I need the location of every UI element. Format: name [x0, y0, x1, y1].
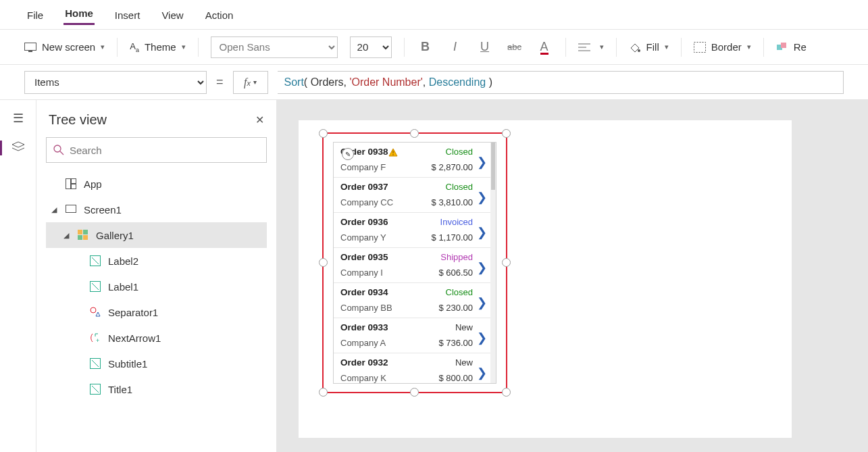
formula-bar-row: Items = fx ▾ Sort( Orders, 'Order Number… [0, 65, 868, 100]
svg-line-22 [92, 283, 99, 290]
tree-item-app[interactable]: App [46, 171, 267, 197]
chevron-right-icon[interactable]: ❯ [477, 295, 489, 310]
resize-handle[interactable] [502, 258, 511, 267]
resize-handle[interactable] [502, 129, 511, 138]
separator [117, 38, 118, 57]
order-status: Invoiced [432, 217, 473, 228]
tree-item-label: NextArrow1 [108, 332, 161, 344]
svg-line-10 [60, 151, 63, 155]
order-row[interactable]: Order 0937Closed❯Company CC$ 3,810.00 [334, 178, 496, 213]
resize-handle[interactable] [502, 388, 511, 397]
svg-rect-16 [83, 230, 88, 234]
border-button[interactable]: Border ▾ [694, 41, 751, 53]
order-row[interactable]: Order 0935Shipped❯Company I$ 606.50 [334, 248, 496, 283]
italic-button[interactable]: I [446, 40, 464, 54]
font-size-select[interactable]: 20 [350, 36, 392, 58]
chevron-right-icon[interactable]: ❯ [477, 155, 489, 170]
tree-view-title: Tree view [49, 112, 107, 128]
reorder-button[interactable]: Re [776, 41, 807, 53]
font-color-button[interactable]: A [536, 40, 553, 55]
tree-item-label: Label1 [108, 281, 138, 293]
border-label: Border [711, 41, 742, 53]
tree-item-label: Gallery1 [96, 230, 134, 241]
menu-action[interactable]: Action [204, 8, 235, 25]
tree-item-nextarrow1[interactable]: + NextArrow1 [46, 325, 267, 351]
property-select[interactable]: Items [24, 71, 207, 94]
tree-item-separator1[interactable]: Separator1 [46, 299, 267, 325]
svg-rect-13 [72, 184, 76, 189]
chevron-right-icon[interactable]: ❯ [477, 190, 489, 205]
caret-icon[interactable]: ◢ [63, 231, 70, 240]
icon-control-icon: + [89, 332, 101, 344]
tree-item-label2[interactable]: Label2 [46, 248, 267, 274]
scrollbar[interactable] [490, 143, 496, 383]
bold-button[interactable]: B [417, 40, 434, 54]
chevron-right-icon[interactable]: ❯ [477, 225, 489, 240]
caret-icon[interactable]: ◢ [51, 205, 58, 214]
chevron-right-icon[interactable]: ❯ [477, 366, 489, 380]
tree-item-title1[interactable]: Title1 [46, 376, 267, 402]
gallery-selection[interactable]: ✎ Order 0938Closed❯Company F$ 2,870.00Or… [322, 132, 507, 393]
resize-handle[interactable] [319, 258, 328, 267]
order-row[interactable]: Order 0932New❯Company K$ 800.00 [334, 353, 496, 384]
separator [763, 38, 764, 57]
order-company: Company F [340, 162, 428, 173]
scrollbar-thumb[interactable] [491, 143, 495, 190]
separator [616, 38, 617, 57]
font-family-select[interactable]: Open Sans [211, 36, 338, 58]
underline-button[interactable]: U [476, 40, 494, 54]
resize-handle[interactable] [319, 388, 328, 397]
order-status: New [438, 322, 473, 333]
new-screen-button[interactable]: New screen ▾ [24, 41, 105, 53]
order-row[interactable]: Order 0934Closed❯Company BB$ 230.00 [334, 283, 496, 318]
fx-button[interactable]: fx ▾ [233, 71, 268, 94]
label-icon [89, 280, 101, 293]
order-row[interactable]: Order 0933New❯Company A$ 736.00 [334, 318, 496, 353]
tree-search[interactable] [46, 137, 267, 163]
separator [565, 38, 566, 57]
rail-active-indicator [0, 141, 2, 155]
close-icon[interactable]: ✕ [255, 114, 264, 126]
menu-insert[interactable]: Insert [113, 8, 142, 25]
order-status: Closed [432, 182, 473, 193]
chevron-down-icon: ▾ [182, 43, 186, 51]
svg-rect-8 [781, 43, 786, 48]
canvas[interactable]: ✎ Order 0938Closed❯Company F$ 2,870.00Or… [277, 100, 868, 452]
order-status: Closed [438, 287, 473, 298]
svg-rect-12 [72, 179, 76, 184]
menu-file[interactable]: File [26, 8, 45, 25]
tree-item-screen1[interactable]: ◢ Screen1 [46, 197, 267, 222]
menu-home[interactable]: Home [63, 6, 95, 25]
menu-view[interactable]: View [160, 8, 184, 25]
chevron-down-icon: ▾ [747, 43, 751, 51]
chevron-down-icon: ▾ [600, 43, 604, 51]
formula-fn: Sort [284, 76, 304, 89]
tree-view-rail-button[interactable] [11, 141, 26, 153]
chevron-right-icon[interactable]: ❯ [477, 330, 489, 345]
tree-search-input[interactable] [70, 145, 259, 156]
formula-input[interactable]: Sort( Orders, 'Order Number', Descending… [278, 71, 844, 94]
strike-button[interactable]: abc [506, 42, 524, 52]
chevron-right-icon[interactable]: ❯ [477, 260, 489, 275]
screen-icon [65, 203, 77, 216]
separator-icon [89, 306, 101, 318]
gallery-preview: ✎ Order 0938Closed❯Company F$ 2,870.00Or… [333, 142, 496, 384]
order-amount: $ 800.00 [438, 373, 473, 383]
fill-button[interactable]: Fill ▾ [629, 41, 669, 53]
order-row[interactable]: Order 0936Invoiced❯Company Y$ 1,170.00 [334, 213, 496, 248]
edit-template-icon[interactable]: ✎ [342, 148, 354, 160]
tree-item-label1[interactable]: Label1 [46, 274, 267, 299]
theme-button[interactable]: Aa Theme ▾ [130, 41, 185, 53]
resize-handle[interactable] [410, 388, 419, 397]
svg-point-23 [91, 307, 96, 313]
tree-item-subtitle1[interactable]: Subtitle1 [46, 351, 267, 376]
order-status: Closed [432, 147, 473, 157]
svg-text:+: + [96, 337, 99, 343]
resize-handle[interactable] [319, 129, 328, 138]
align-button[interactable] [578, 43, 596, 52]
svg-rect-17 [78, 235, 82, 240]
resize-handle[interactable] [410, 129, 419, 138]
hamburger-icon[interactable]: ☰ [13, 111, 24, 126]
tree-item-gallery1[interactable]: ◢ Gallery1 [46, 222, 267, 248]
order-row[interactable]: Order 0938Closed❯Company F$ 2,870.00 [334, 143, 496, 178]
